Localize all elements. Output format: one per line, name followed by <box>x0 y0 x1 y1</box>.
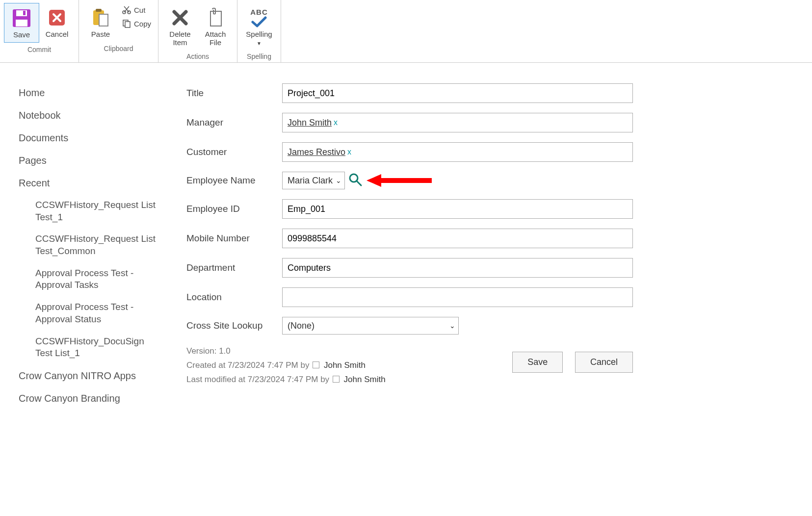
label-title: Title <box>186 88 282 99</box>
nav-branding[interactable]: Crow Canyon Branding <box>19 387 157 410</box>
nav-home[interactable]: Home <box>19 81 157 104</box>
employee-name-dropdown[interactable]: Maria Clark ⌄ <box>282 172 345 189</box>
svg-rect-3 <box>16 20 27 26</box>
chevron-down-icon: ⌄ <box>449 322 455 330</box>
chevron-down-icon: ⌄ <box>336 177 341 184</box>
save-icon <box>10 6 33 30</box>
delete-icon <box>168 6 192 29</box>
customer-people-picker[interactable]: James Restivo x <box>282 142 633 162</box>
form-cancel-button[interactable]: Cancel <box>575 352 633 373</box>
manager-people-picker[interactable]: John Smith x <box>282 113 633 132</box>
ribbon-group-clipboard: Paste Cut Copy Clipboard <box>79 0 158 62</box>
cancel-icon <box>45 6 69 29</box>
attach-file-button[interactable]: Attach File <box>198 3 233 50</box>
cut-button[interactable]: Cut <box>118 3 154 17</box>
svg-rect-11 <box>125 22 130 27</box>
presence-icon <box>313 361 319 368</box>
ribbon-toolbar: Save Cancel Commit Paste <box>0 0 812 63</box>
form-save-button[interactable]: Save <box>512 352 563 373</box>
copy-button[interactable]: Copy <box>118 17 154 30</box>
nav-recent[interactable]: Recent <box>19 172 157 194</box>
department-input[interactable] <box>282 258 633 278</box>
nav-nitro-apps[interactable]: Crow Canyon NITRO Apps <box>19 364 157 387</box>
ribbon-group-spelling: ABC Spelling▼ Spelling <box>237 0 281 62</box>
svg-rect-7 <box>99 14 108 26</box>
ribbon-group-actions: Delete Item Attach File Actions <box>158 0 237 62</box>
svg-line-14 <box>357 181 361 185</box>
svg-rect-12 <box>210 11 221 26</box>
label-mobile-number: Mobile Number <box>186 233 282 244</box>
mobile-number-input[interactable] <box>282 229 633 248</box>
cross-site-dropdown[interactable]: (None) ⌄ <box>282 317 459 335</box>
nav-recent-list: CCSWFHistory_Request List Test_1 CCSWFHi… <box>19 194 157 364</box>
svg-rect-2 <box>23 11 26 15</box>
label-cross-site: Cross Site Lookup <box>186 320 282 331</box>
manager-value: John Smith <box>288 118 332 128</box>
label-customer: Customer <box>186 147 282 157</box>
main-area: Home Notebook Documents Pages Recent CCS… <box>0 63 812 410</box>
delete-item-button[interactable]: Delete Item <box>162 3 198 50</box>
employee-id-input[interactable] <box>282 199 633 219</box>
nav-documents[interactable]: Documents <box>19 127 157 149</box>
nav-pages[interactable]: Pages <box>19 149 157 172</box>
spelling-button[interactable]: ABC Spelling▼ <box>241 3 277 50</box>
svg-rect-6 <box>96 9 102 12</box>
cancel-button[interactable]: Cancel <box>39 3 75 42</box>
nav-notebook[interactable]: Notebook <box>19 104 157 127</box>
nav-recent-item[interactable]: CCSWFHistory_DocuSign Test List_1 <box>19 331 157 364</box>
group-label-clipboard: Clipboard <box>104 44 133 53</box>
ribbon-group-commit: Save Cancel Commit <box>0 0 79 62</box>
label-department: Department <box>186 262 282 273</box>
group-label-commit: Commit <box>27 45 51 54</box>
group-label-spelling: Spelling <box>247 52 271 61</box>
remove-manager-icon[interactable]: x <box>334 118 338 127</box>
form-buttons: Save Cancel <box>502 352 633 373</box>
label-employee-id: Employee ID <box>186 204 282 214</box>
label-location: Location <box>186 292 282 303</box>
presence-icon <box>333 376 340 383</box>
cut-icon <box>121 4 132 15</box>
group-label-actions: Actions <box>186 52 209 61</box>
nav-recent-item[interactable]: Approval Process Test - Approval Status <box>19 296 157 330</box>
employee-search-icon[interactable] <box>348 172 363 189</box>
customer-value: James Restivo <box>288 147 345 157</box>
spelling-icon: ABC <box>247 6 271 29</box>
paste-button[interactable]: Paste <box>83 3 118 42</box>
label-employee-name: Employee Name <box>186 175 282 186</box>
nav-recent-item[interactable]: Approval Process Test - Approval Tasks <box>19 262 157 296</box>
location-input[interactable] <box>282 287 633 307</box>
nav-recent-item[interactable]: CCSWFHistory_Request List Test_Common <box>19 228 157 262</box>
attach-file-icon <box>204 6 227 29</box>
copy-icon <box>121 18 132 29</box>
title-input[interactable] <box>282 83 633 103</box>
label-manager: Manager <box>186 117 282 128</box>
paste-icon <box>89 6 112 29</box>
left-nav: Home Notebook Documents Pages Recent CCS… <box>0 73 162 410</box>
save-button[interactable]: Save <box>4 3 39 43</box>
svg-marker-16 <box>367 174 381 187</box>
nav-recent-item[interactable]: CCSWFHistory_Request List Test_1 <box>19 194 157 228</box>
annotation-arrow-icon <box>366 172 434 189</box>
remove-customer-icon[interactable]: x <box>347 148 351 156</box>
form: Title Manager John Smith x Customer Jame… <box>162 73 653 410</box>
